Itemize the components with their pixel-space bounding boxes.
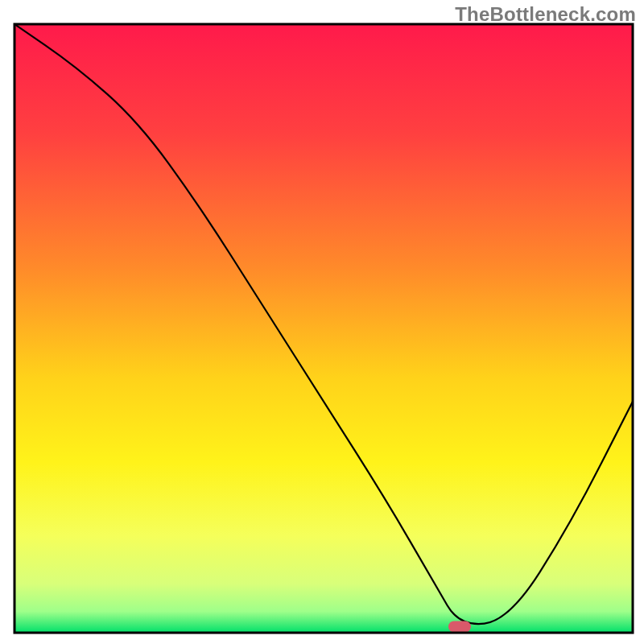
- bottleneck-chart: TheBottleneck.com: [0, 0, 644, 644]
- optimal-marker: [448, 621, 471, 632]
- gradient-background: [14, 24, 633, 633]
- watermark-text: TheBottleneck.com: [455, 3, 636, 26]
- chart-svg: [0, 0, 644, 644]
